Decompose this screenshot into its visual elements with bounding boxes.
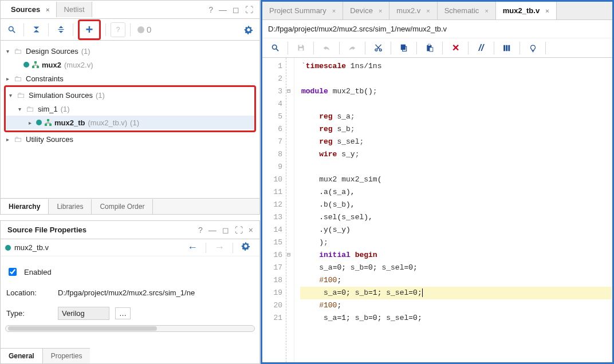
minimize-icon[interactable]: — — [206, 224, 219, 236]
close-icon[interactable]: × — [485, 7, 488, 14]
code-line[interactable]: wire s_y; — [300, 148, 612, 161]
code-line[interactable]: reg s_a; — [300, 110, 612, 123]
paste-icon[interactable] — [422, 41, 438, 56]
comment-icon[interactable]: // — [473, 41, 489, 56]
sources-bottom-tabs: Hierarchy Libraries Compile Order — [1, 198, 259, 214]
changes-icon[interactable]: 0 — [135, 22, 154, 37]
maximize-icon[interactable]: ⛶ — [232, 224, 246, 236]
search-icon[interactable] — [267, 41, 283, 56]
tab-general[interactable]: General — [1, 348, 43, 363]
code-line[interactable]: ); — [300, 236, 612, 249]
tab-libraries[interactable]: Libraries — [49, 199, 92, 214]
chevron-down-icon[interactable]: ▾ — [16, 106, 23, 112]
code-line[interactable]: mux2 mux2_sim( — [300, 173, 612, 186]
columns-icon[interactable] — [499, 41, 515, 56]
code-line[interactable]: reg s_sel; — [300, 136, 612, 148]
enabled-checkbox[interactable] — [9, 268, 17, 276]
delete-icon[interactable]: ✕ — [447, 41, 463, 56]
unknown-toolbar-icon[interactable]: ? — [111, 22, 125, 37]
redo-icon[interactable] — [344, 41, 360, 56]
maximize-icon[interactable]: ⛶ — [242, 3, 256, 16]
tab-project-summary[interactable]: Project Summary× — [262, 2, 343, 19]
cut-icon[interactable] — [370, 41, 386, 56]
code-line[interactable]: .b(s_b), — [300, 199, 612, 211]
code-line[interactable] — [300, 98, 612, 110]
code-line[interactable]: `timescale 1ns/1ns — [300, 60, 612, 73]
code-line[interactable]: s_a=0; s_b=1; s_sel=0; — [300, 287, 612, 299]
sources-toolbar: + ? 0 — [1, 19, 259, 41]
tree-mux2[interactable]: mux2 (mux2.v) — [3, 58, 257, 72]
bulb-icon[interactable] — [525, 41, 541, 56]
copy-icon[interactable] — [396, 41, 412, 56]
chevron-right-icon[interactable]: ▸ — [4, 76, 11, 82]
tab-netlist[interactable]: Netlist — [57, 2, 92, 17]
code-line[interactable]: module mux2_tb(); — [300, 85, 612, 98]
code-line[interactable]: .sel(s_sel), — [300, 211, 612, 224]
code-line[interactable] — [300, 73, 612, 85]
svg-rect-25 — [299, 48, 302, 50]
chevron-right-icon[interactable]: ▸ — [26, 120, 33, 126]
tab-hierarchy[interactable]: Hierarchy — [1, 199, 49, 214]
tree-design-sources[interactable]: ▾ 🗀 Design Sources (1) — [3, 44, 257, 58]
code-line[interactable]: .a(s_a), — [300, 186, 612, 199]
chevron-down-icon[interactable]: ▾ — [4, 48, 11, 54]
collapse-all-icon[interactable] — [29, 22, 44, 37]
tree-label: Simulation Sources — [29, 91, 93, 100]
svg-marker-2 — [33, 27, 39, 29]
editor-tabs: Project Summary× Device× mux2.v× Schemat… — [262, 2, 612, 20]
code-line[interactable]: .y(s_y) — [300, 224, 612, 236]
tree-simulation-sources[interactable]: ▾ 🗀 Simulation Sources (1) — [6, 88, 254, 102]
tree-constraints[interactable]: ▸ 🗀 Constraints — [3, 72, 257, 85]
close-icon[interactable]: × — [46, 6, 49, 13]
code-editor[interactable]: 123456789101112131415161718192021 ⊟⊟ `ti… — [262, 58, 612, 362]
minimize-icon[interactable]: — — [216, 3, 230, 16]
restore-icon[interactable]: ◻ — [219, 224, 232, 236]
tree-utility-sources[interactable]: ▸ 🗀 Utility Sources — [3, 132, 257, 146]
tab-properties[interactable]: Properties — [43, 348, 90, 363]
gear-icon[interactable] — [237, 242, 255, 254]
add-source-highlight: + — [78, 19, 101, 40]
expand-icon[interactable] — [53, 22, 68, 37]
type-value[interactable]: Verilog — [58, 307, 109, 320]
tab-compile-order[interactable]: Compile Order — [92, 199, 153, 214]
search-icon[interactable] — [4, 22, 19, 37]
add-source-icon[interactable]: + — [82, 22, 97, 37]
code-area[interactable]: `timescale 1ns/1nsmodule mux2_tb(); reg … — [294, 58, 612, 362]
code-line[interactable]: #100; — [300, 299, 612, 312]
close-icon[interactable]: × — [545, 7, 549, 14]
tab-mux2-v[interactable]: mux2.v× — [389, 2, 437, 19]
tab-schematic[interactable]: Schematic× — [438, 2, 496, 19]
restore-icon[interactable]: ◻ — [230, 3, 242, 16]
type-more-button[interactable]: … — [115, 307, 131, 319]
close-icon[interactable]: × — [246, 224, 256, 236]
code-line[interactable]: s_a=1; s_b=0; s_sel=0; — [300, 312, 612, 325]
help-icon[interactable]: ? — [195, 224, 206, 236]
code-line[interactable]: initial begin — [300, 249, 612, 262]
tab-mux2-tb-v[interactable]: mux2_tb.v× — [496, 2, 557, 19]
save-icon[interactable] — [293, 41, 309, 56]
svg-rect-37 — [508, 45, 510, 51]
tree-sim-1[interactable]: ▾ 🗀 sim_1 (1) — [6, 102, 254, 116]
horizontal-scrollbar[interactable] — [5, 325, 255, 332]
close-icon[interactable]: × — [426, 7, 430, 14]
next-icon[interactable]: → — [210, 242, 229, 254]
code-line[interactable] — [300, 161, 612, 173]
close-icon[interactable]: × — [332, 7, 336, 14]
chevron-right-icon[interactable]: ▸ — [4, 136, 11, 143]
tree-mux2-tb[interactable]: ▸ mux2_tb (mux2_tb.v) (1) — [6, 116, 254, 129]
code-line[interactable]: #100; — [300, 274, 612, 287]
chevron-down-icon[interactable]: ▾ — [7, 92, 14, 98]
code-line[interactable]: s_a=0; s_b=0; s_sel=0; — [300, 262, 612, 274]
fold-column[interactable]: ⊟⊟ — [286, 58, 294, 362]
file-path: D:/fpga/project/mux2/mux2.srcs/sim_1/new… — [262, 20, 612, 38]
help-icon[interactable]: ? — [206, 3, 216, 16]
tab-device[interactable]: Device× — [343, 2, 389, 19]
close-icon[interactable]: × — [379, 7, 382, 14]
prev-icon[interactable]: ← — [183, 242, 202, 254]
scroll-thumb[interactable] — [8, 326, 157, 331]
undo-icon[interactable] — [318, 41, 334, 56]
svg-line-1 — [13, 30, 15, 33]
gear-icon[interactable] — [241, 22, 256, 37]
tab-sources[interactable]: Sources × — [4, 2, 57, 17]
code-line[interactable]: reg s_b; — [300, 123, 612, 136]
